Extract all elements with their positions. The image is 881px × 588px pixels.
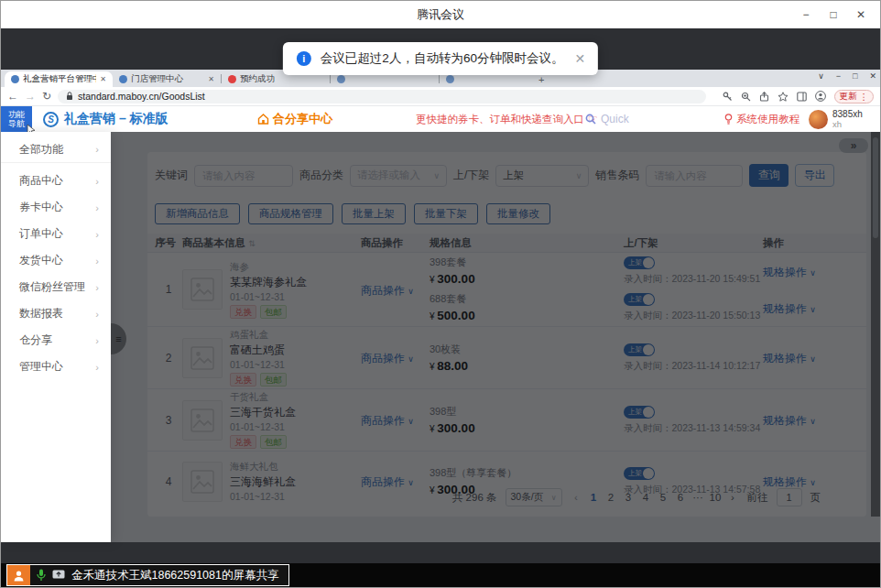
tab-search-chevron-icon[interactable]: ∨ [818, 71, 824, 81]
tab-title: 门店管理中心 [131, 73, 204, 85]
shared-browser-window: 礼盒营销平台管理中心 ✕ 门店管理中心 ✕ 预约成功 + [1, 70, 880, 542]
nav-label-line1: 功能 [8, 110, 25, 120]
tutorial-link[interactable]: 系统使用教程 [724, 113, 799, 126]
side-panel-icon[interactable] [797, 92, 807, 102]
dim-overlay [111, 132, 880, 542]
tab-favicon [119, 75, 127, 83]
double-chevron-icon: » [851, 139, 857, 152]
share-icon[interactable] [759, 92, 769, 102]
chevron-right-icon: › [95, 362, 99, 373]
app-body: 全部功能› 商品中心› 券卡中心› 订单中心› 发货中心› 微信粉丝管理› 数据… [1, 132, 880, 542]
meeting-titlebar: 腾讯会议 − □ ✕ [1, 1, 880, 28]
user-id: 8385xh [832, 109, 863, 119]
chevron-right-icon: › [95, 282, 99, 293]
app-header: 功能 导航 S 礼盒营销 – 标准版 合分享中心 更快捷的券卡、订单和快递查询入… [1, 106, 880, 132]
notification-close-icon[interactable]: ✕ [574, 51, 585, 66]
sidebar-item-shipping-center[interactable]: 发货中心› [1, 247, 111, 274]
sidebar-item-reports[interactable]: 数据报表› [1, 300, 111, 327]
chevron-right-icon: › [95, 335, 99, 346]
browser-close-button[interactable]: ✕ [869, 71, 876, 81]
forward-icon[interactable]: → [25, 91, 36, 102]
sidebar-item-wechat-fans[interactable]: 微信粉丝管理› [1, 274, 111, 300]
promo-text: 更快捷的券卡、订单和快递查询入口 [416, 113, 584, 126]
presenter-icon [7, 565, 30, 585]
lightbulb-icon [724, 114, 733, 125]
reload-icon[interactable]: ↻ [42, 91, 51, 102]
meeting-title: 腾讯会议 [417, 6, 464, 23]
chevron-right-icon: › [95, 309, 99, 320]
more-menu-icon[interactable]: ⋮ [860, 92, 869, 102]
browser-tab-1[interactable]: 礼盒营销平台管理中心 ✕ [5, 71, 113, 87]
profile-icon[interactable] [815, 91, 826, 102]
collapse-panel-button[interactable]: » [839, 138, 868, 153]
sidebar-item-all-functions[interactable]: 全部功能› [1, 136, 111, 163]
sidebar-item-management-center[interactable]: 管理中心› [1, 354, 111, 380]
brand-name: 礼盒营销 – 标准版 [64, 111, 169, 127]
tutorial-label: 系统使用教程 [736, 113, 799, 126]
promo-entry-link[interactable]: 更快捷的券卡、订单和快递查询入口 ☞ [416, 113, 598, 126]
url-text: standard.maboy.cn/GoodsList [78, 91, 205, 102]
brand-logo-icon: S [43, 112, 59, 127]
tab-close-icon[interactable]: ✕ [208, 75, 214, 83]
screen-share-bar: 金禾通技术王斌18662591081的屏幕共享 [1, 563, 880, 587]
notification-text: 会议已超过2人，自动转为60分钟限时会议。 [321, 50, 564, 67]
maximize-button[interactable]: □ [820, 8, 847, 21]
tab-favicon [337, 75, 345, 83]
user-name: 8385xh xh [832, 109, 863, 129]
sidebar-item-share[interactable]: 仓分享› [1, 327, 111, 354]
info-icon: i [297, 51, 311, 66]
sidebar-item-product-center[interactable]: 商品中心› [1, 168, 111, 194]
share-center-label: 合分享中心 [273, 111, 332, 127]
share-center-link[interactable]: 合分享中心 [257, 111, 332, 127]
search-icon [585, 114, 596, 125]
sidebar-menu: 全部功能› 商品中心› 券卡中心› 订单中心› 发货中心› 微信粉丝管理› 数据… [1, 132, 111, 542]
chevron-right-icon: › [95, 144, 99, 155]
user-avatar [809, 110, 828, 129]
tab-title: 礼盒营销平台管理中心 [23, 73, 96, 85]
tab-favicon [446, 75, 454, 83]
update-label: 更新 [840, 91, 857, 103]
chevron-right-icon: › [95, 256, 99, 267]
house-icon [257, 114, 269, 125]
lock-icon [66, 92, 73, 101]
meeting-window: 腾讯会议 − □ ✕ i 会议已超过2人，自动转为60分钟限时会议。 ✕ 礼盒营… [0, 0, 881, 588]
chevron-right-icon: › [95, 202, 99, 213]
brand: S 礼盒营销 – 标准版 [43, 111, 169, 127]
bookmark-star-icon[interactable] [778, 92, 789, 102]
chevron-right-icon: › [95, 176, 99, 187]
user-sub: xh [832, 119, 842, 129]
back-icon[interactable]: ← [7, 91, 18, 102]
tab-close-icon[interactable]: ✕ [100, 75, 106, 83]
scrollbar-thumb[interactable] [873, 137, 878, 238]
minimize-button[interactable]: − [792, 8, 820, 21]
scrollbar[interactable] [871, 132, 880, 517]
browser-minimize-button[interactable]: − [836, 71, 841, 81]
browser-update-button[interactable]: 更新 ⋮ [834, 90, 875, 103]
screen-share-icon [52, 570, 65, 581]
main-content: 关键词 商品分类 请选择或输入 ∨ 上/下架 上架 ∨ 销售条码 [111, 132, 880, 542]
share-status-text: 金禾通技术王斌18662591081的屏幕共享 [71, 568, 278, 583]
function-nav-button[interactable]: 功能 导航 [1, 106, 32, 132]
browser-maximize-button[interactable]: □ [853, 71, 857, 81]
tab-favicon [11, 75, 19, 83]
new-tab-button[interactable]: + [538, 74, 544, 85]
sidebar-item-order-center[interactable]: 订单中心› [1, 221, 111, 247]
tab-favicon [228, 75, 236, 83]
sidebar-item-card-center[interactable]: 券卡中心› [1, 194, 111, 221]
close-button[interactable]: ✕ [847, 8, 875, 21]
chevron-right-icon: › [95, 229, 99, 240]
share-indicator: 金禾通技术王斌18662591081的屏幕共享 [6, 564, 289, 586]
menu-icon: ≡ [115, 333, 121, 344]
browser-toolbar: ← → ↻ standard.maboy.cn/GoodsList 更新 ⋮ [1, 87, 880, 106]
zoom-icon[interactable] [741, 92, 751, 102]
quick-search-placeholder: Quick [601, 113, 629, 125]
meeting-notification: i 会议已超过2人，自动转为60分钟限时会议。 ✕ [283, 42, 598, 75]
nav-label-line2: 导航 [8, 119, 25, 129]
microphone-icon [37, 569, 46, 582]
user-account[interactable]: 8385xh xh [809, 109, 863, 129]
address-bar[interactable]: standard.maboy.cn/GoodsList [58, 90, 706, 103]
quick-search[interactable]: Quick [585, 113, 629, 125]
browser-tab-2[interactable]: 门店管理中心 ✕ [113, 71, 221, 87]
key-icon[interactable] [723, 92, 733, 102]
